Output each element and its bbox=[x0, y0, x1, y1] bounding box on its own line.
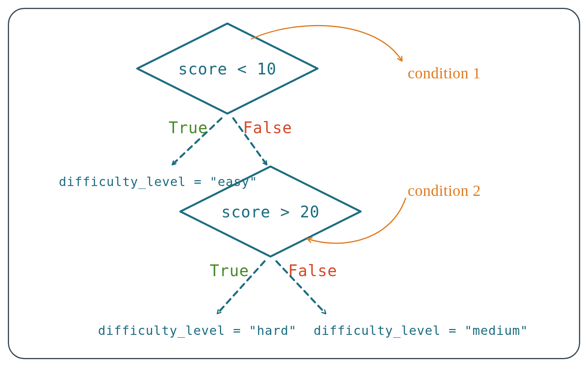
branch1-true-label: True bbox=[169, 119, 208, 137]
annotation-arrow-2 bbox=[308, 198, 406, 243]
annotation-1-label: condition 1 bbox=[408, 64, 481, 82]
branch2-true-label: True bbox=[210, 262, 249, 280]
decision-1-text: score < 10 bbox=[178, 60, 277, 78]
flowchart-svg: score < 10 condition 1 True False diffic… bbox=[0, 0, 588, 367]
branch2-false-label: False bbox=[288, 262, 337, 280]
annotation-2-label: condition 2 bbox=[408, 182, 481, 199]
decision-2-text: score > 20 bbox=[221, 203, 320, 221]
result-medium: difficulty_level = "medium" bbox=[314, 323, 528, 338]
branch1-false-label: False bbox=[243, 119, 292, 137]
result-hard: difficulty_level = "hard" bbox=[98, 323, 297, 338]
annotation-arrow-1 bbox=[251, 25, 402, 61]
